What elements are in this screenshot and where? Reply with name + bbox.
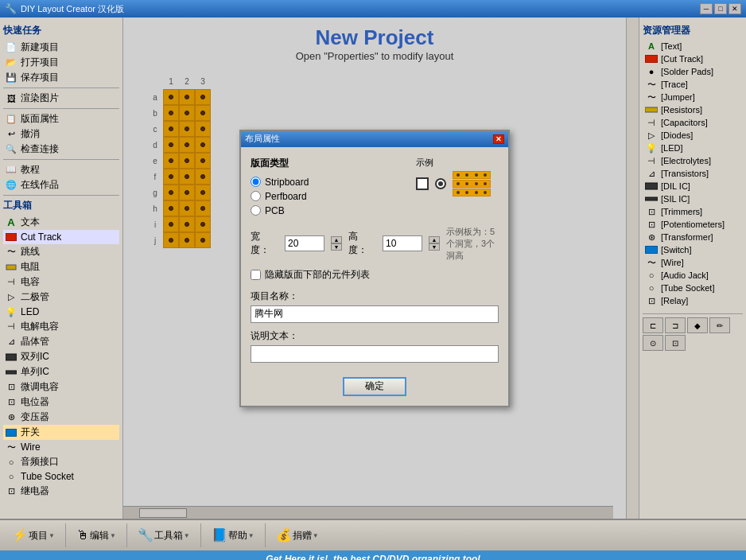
height-input[interactable]: 10 — [383, 235, 422, 251]
preview-hole — [465, 173, 468, 177]
icon-btn-3[interactable]: ◆ — [687, 317, 708, 333]
render-icon: 🖼 — [5, 92, 17, 105]
res-tube-socket[interactable]: ○ [Tube Socket] — [643, 282, 743, 294]
close-button[interactable]: ✕ — [729, 3, 741, 14]
res-transformer[interactable]: ⊛ [Transformer] — [643, 231, 743, 243]
divider-1 — [3, 88, 119, 88]
tool-transistor[interactable]: ⊿ 晶体管 — [3, 334, 119, 349]
toolbar-edit[interactable]: 🖱 编辑 ▼ — [72, 526, 120, 546]
sidebar-item-save[interactable]: 💾 保存项目 — [3, 70, 119, 85]
vertical-scrollbar[interactable] — [626, 18, 639, 519]
sidebar-item-properties[interactable]: 📋 版面属性 — [3, 111, 119, 126]
tool-relay[interactable]: ⊡ 继电器 — [3, 484, 119, 499]
tool-potentiometer[interactable]: ⊡ 电位器 — [3, 395, 119, 410]
toolbar-help[interactable]: 📘 帮助 ▼ — [208, 525, 258, 546]
tool-wire[interactable]: 〜 Wire — [3, 440, 119, 454]
sidebar-item-undo[interactable]: ↩ 撤消 — [3, 126, 119, 142]
res-transformer-label: [Transformer] — [661, 232, 713, 242]
tool-diode[interactable]: ▷ 二极管 — [3, 290, 119, 305]
tool-capacitor[interactable]: ⊣ 电容 — [3, 274, 119, 290]
res-switch[interactable]: [Switch] — [643, 243, 743, 256]
project-name-input[interactable] — [251, 305, 499, 323]
res-capacitors[interactable]: ⊣ [Capacitors] — [643, 116, 743, 129]
res-potentiometers[interactable]: ⊡ [Potentiometers] — [643, 218, 743, 231]
ok-button[interactable]: 确定 — [343, 377, 406, 396]
res-trace[interactable]: 〜 [Trace] — [643, 78, 743, 91]
res-dil-ic[interactable]: [DIL IC] — [643, 180, 743, 192]
res-diodes[interactable]: ▷ [Diodes] — [643, 129, 743, 142]
icon-btn-2[interactable]: ⊐ — [665, 317, 686, 333]
sidebar-item-render[interactable]: 🖼 渲染图片 — [3, 91, 119, 106]
right-sidebar: 资源管理器 A [Text] [Cut Track] ● [Solder Pad… — [639, 18, 746, 519]
res-audio-jack[interactable]: ○ [Audio Jack] — [643, 269, 743, 282]
icon-btn-5[interactable]: ⊙ — [643, 335, 663, 351]
sidebar-item-check[interactable]: 🔍 检查连接 — [3, 142, 119, 157]
res-cut-track[interactable]: [Cut Track] — [643, 52, 743, 65]
tool-tube-socket[interactable]: ○ Tube Socket — [3, 469, 119, 484]
app-icon: 🔧 — [5, 3, 17, 14]
cut-track-icon — [5, 231, 17, 243]
icon-btn-1[interactable]: ⊏ — [643, 317, 663, 333]
res-transistors[interactable]: ⊿ [Transistors] — [643, 167, 743, 180]
description-input[interactable] — [251, 345, 499, 363]
sidebar-item-open[interactable]: 📂 打开项目 — [3, 55, 119, 70]
res-jumper[interactable]: 〜 [Jumper] — [643, 91, 743, 103]
radio-pcb-input[interactable] — [251, 205, 261, 216]
tool-electrolyte[interactable]: ⊣ 电解电容 — [3, 319, 119, 334]
dialog-close-button[interactable]: ✕ — [493, 134, 504, 144]
text-tool-label: 文本 — [21, 216, 40, 229]
tool-text[interactable]: A 文本 — [3, 215, 119, 230]
res-solder-pads[interactable]: ● [Solder Pads] — [643, 65, 743, 78]
tool-resistor[interactable]: 电阻 — [3, 259, 119, 274]
icon-btn-6[interactable]: ⊡ — [665, 335, 686, 351]
preview-row-2 — [453, 180, 491, 188]
radio-perfboard-input[interactable] — [251, 191, 261, 201]
width-up-button[interactable]: ▲ — [331, 236, 342, 243]
res-wire[interactable]: 〜 [Wire] — [643, 256, 743, 269]
tool-led[interactable]: 💡 LED — [3, 305, 119, 319]
radio-stripboard-input[interactable] — [251, 177, 261, 187]
res-relay[interactable]: ⊡ [Relay] — [643, 294, 743, 307]
sidebar-item-new[interactable]: 📄 新建项目 — [3, 40, 119, 55]
res-resistors[interactable]: [Resistors] — [643, 103, 743, 116]
sidebar-item-tutorial[interactable]: 📖 教程 — [3, 162, 119, 177]
height-up-button[interactable]: ▲ — [429, 236, 440, 243]
tool-jumper[interactable]: 〜 跳线 — [3, 244, 119, 259]
cut-track-label: Cut Track — [21, 231, 61, 243]
res-trimmers[interactable]: ⊡ [Trimmers] — [643, 205, 743, 218]
res-led[interactable]: 💡 [LED] — [643, 142, 743, 154]
radio-pcb[interactable]: PCB — [251, 205, 499, 216]
toolbar-donate[interactable]: 💰 捐赠 ▼ — [272, 525, 323, 546]
tool-switch[interactable]: 开关 — [3, 425, 119, 440]
toolbar-toolbox[interactable]: 🔧 工具箱 ▼ — [134, 525, 194, 546]
description-field-label: 说明文本： — [251, 329, 499, 343]
tool-sil-ic[interactable]: 单列IC — [3, 364, 119, 379]
jumper-icon: 〜 — [5, 246, 17, 259]
toolbar-project[interactable]: ⚡ 项目 ▼ — [8, 525, 59, 546]
tool-trimmer[interactable]: ⊡ 微调电容 — [3, 379, 119, 395]
tube-socket-icon: ○ — [5, 470, 17, 483]
tool-dil-ic[interactable]: 双列IC — [3, 349, 119, 364]
help-icon: 📘 — [212, 527, 227, 542]
minimize-button[interactable]: ─ — [700, 3, 713, 14]
toolbox-label: 工具箱 — [154, 529, 183, 542]
audio-jack-icon: ○ — [5, 456, 17, 469]
width-input[interactable]: 20 — [285, 235, 324, 251]
tool-audio-jack[interactable]: ○ 音频接口 — [3, 454, 119, 469]
res-text[interactable]: A [Text] — [643, 40, 743, 52]
preview-hole-3 — [484, 191, 487, 194]
res-electrolytes[interactable]: ⊣ [Electrolytes] — [643, 154, 743, 167]
sidebar-item-online[interactable]: 🌐 在线作品 — [3, 177, 119, 192]
radio-stripboard-label: Stripboard — [265, 177, 309, 188]
tool-transformer[interactable]: ⊛ 变压器 — [3, 410, 119, 425]
titlebar: 🔧 DIY Layout Creator 汉化版 ─ □ ✕ — [0, 0, 746, 18]
width-down-button[interactable]: ▼ — [331, 243, 342, 251]
tool-cut-track[interactable]: Cut Track — [3, 230, 119, 244]
maximize-button[interactable]: □ — [714, 3, 727, 14]
save-icon: 💾 — [5, 72, 17, 84]
height-down-button[interactable]: ▼ — [429, 243, 440, 251]
icon-btn-4[interactable]: ✏ — [709, 317, 730, 333]
res-sil-ic[interactable]: [SIL IC] — [643, 192, 743, 205]
left-sidebar: 快速任务 📄 新建项目 📂 打开项目 💾 保存项目 🖼 渲染图片 📋 版面属性 … — [0, 18, 123, 519]
hide-list-checkbox[interactable] — [251, 270, 261, 280]
